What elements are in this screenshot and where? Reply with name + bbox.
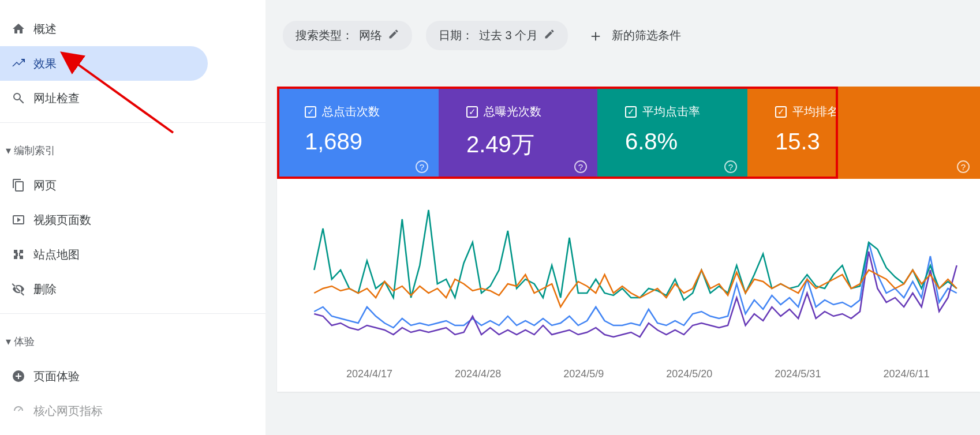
series-平均点击率 [314,210,956,300]
help-icon[interactable]: ? [724,160,737,173]
sidebar-item-label: 页面体验 [33,369,80,384]
sidebar-item-label: 删除 [33,282,57,297]
circle-plus-icon [7,369,30,383]
hide-icon [7,282,30,296]
sidebar-item-label: 网址检查 [33,91,80,106]
metric-label: 平均点击率 [642,104,700,119]
sidebar-item-label: 站点地图 [33,247,80,262]
x-tick: 2024/4/28 [455,368,501,380]
help-icon[interactable]: ? [957,160,970,173]
search-icon [7,91,30,105]
sidebar-item-label: 概述 [33,21,57,37]
speed-icon [7,404,30,418]
chip-value: 过去 3 个月 [479,28,538,43]
chevron-down-icon: ▾ [2,335,14,348]
chevron-down-icon: ▾ [2,144,14,157]
filter-bar: 搜索类型： 网络 日期： 过去 3 个月 ＋ 新的筛选条件 [265,0,980,50]
metric-label: 总曝光次数 [484,104,541,119]
metric-value: 2.49万 [466,129,597,160]
sidebar-item-cwv[interactable]: 核心网页指标 [0,393,208,428]
sidebar-item-removals[interactable]: 删除 [0,272,208,306]
sidebar-item-url-inspect[interactable]: 网址检查 [0,81,208,115]
metric-label: 平均排名 [792,104,839,119]
sidebar-item-label: 核心网页指标 [33,403,103,419]
chart-x-axis: 2024/4/172024/4/282024/5/92024/5/202024/… [308,363,963,386]
x-tick: 2024/6/11 [883,368,929,380]
metric-value: 15.3 [775,129,980,155]
performance-chart[interactable] [308,190,963,363]
sitemap-icon [7,247,30,261]
performance-card: 总点击次数 1,689 ? 总曝光次数 2.49万 ? 平均点击率 6.8% ? [277,87,980,392]
edit-icon [544,28,555,43]
sidebar-item-page-experience[interactable]: 页面体验 [0,359,208,393]
sidebar-group-index[interactable]: ▾ 编制索引 [0,133,265,168]
x-tick: 2024/5/20 [666,368,712,380]
sidebar-item-performance[interactable]: 效果 [0,46,208,81]
x-tick: 2024/4/17 [346,368,392,380]
x-tick: 2024/5/9 [563,368,604,380]
checkbox-icon [305,106,316,118]
video-icon [7,213,30,227]
metric-clicks[interactable]: 总点击次数 1,689 ? [277,87,439,179]
add-filter-label: 新的筛选条件 [612,28,681,43]
home-icon [7,22,30,36]
add-filter-button[interactable]: ＋ 新的筛选条件 [582,25,681,47]
filter-chip-search-type[interactable]: 搜索类型： 网络 [283,21,412,50]
checkbox-icon [775,106,787,118]
metric-value: 6.8% [625,129,747,155]
help-icon[interactable]: ? [574,160,587,173]
chip-prefix: 日期： [439,28,473,43]
main-panel: 搜索类型： 网络 日期： 过去 3 个月 ＋ 新的筛选条件 总点击次数 1,68… [265,0,980,435]
checkbox-icon [625,106,637,118]
metrics-row: 总点击次数 1,689 ? 总曝光次数 2.49万 ? 平均点击率 6.8% ? [277,87,980,179]
metric-value: 1,689 [305,129,439,155]
chip-value: 网络 [359,28,382,43]
metric-impressions[interactable]: 总曝光次数 2.49万 ? [439,87,597,179]
metric-position[interactable]: 平均排名 15.3 ? [747,87,980,179]
divider [0,122,265,123]
checkbox-icon [466,106,478,118]
sidebar-item-label: 网页 [33,178,57,193]
filter-chip-date[interactable]: 日期： 过去 3 个月 [426,21,568,50]
metric-label: 总点击次数 [322,104,380,119]
help-icon[interactable]: ? [416,160,428,173]
plus-icon: ＋ [588,25,604,47]
sidebar-item-label: 视频页面数 [33,212,91,228]
trend-icon [7,57,30,70]
pages-icon [7,178,30,192]
chip-prefix: 搜索类型： [296,28,353,43]
sidebar-item-overview[interactable]: 概述 [0,12,208,46]
x-tick: 2024/5/31 [775,368,821,380]
chart-area: 2024/4/172024/4/282024/5/92024/5/202024/… [277,179,980,392]
metric-ctr[interactable]: 平均点击率 6.8% ? [597,87,747,179]
sidebar-item-sitemap[interactable]: 站点地图 [0,237,208,272]
sidebar-group-label: 体验 [14,335,35,348]
sidebar-group-label: 编制索引 [14,144,55,158]
edit-icon [388,28,399,43]
sidebar-item-video-pages[interactable]: 视频页面数 [0,202,208,237]
sidebar-item-pages[interactable]: 网页 [0,168,208,202]
divider [0,313,265,314]
sidebar-item-label: 效果 [33,56,57,72]
sidebar-group-experience[interactable]: ▾ 体验 [0,324,265,359]
sidebar: 概述 效果 网址检查 ▾ 编制索引 网页 视频页面数 站点地图 删除 [0,0,265,435]
